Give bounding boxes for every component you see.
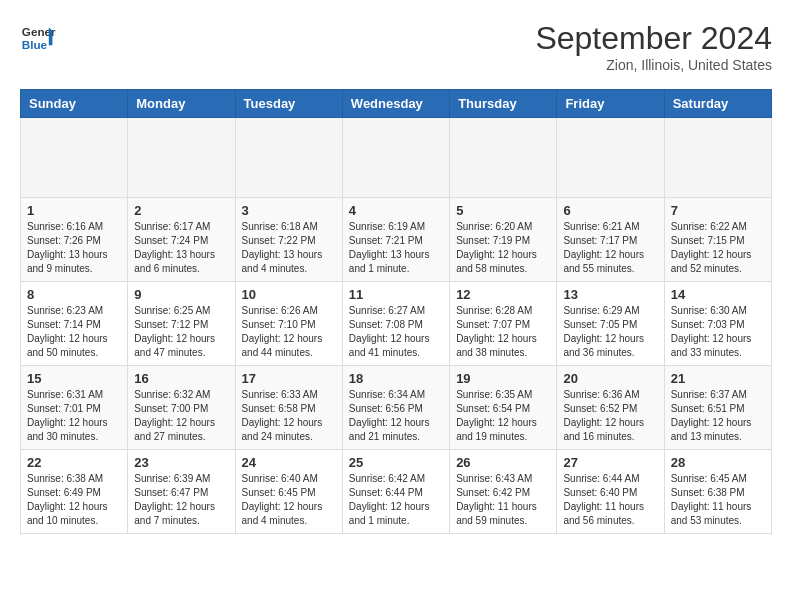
day-info: Sunrise: 6:40 AMSunset: 6:45 PMDaylight:… (242, 472, 336, 528)
page-header: General Blue September 2024 Zion, Illino… (20, 20, 772, 73)
day-number: 17 (242, 371, 336, 386)
day-info: Sunrise: 6:32 AMSunset: 7:00 PMDaylight:… (134, 388, 228, 444)
calendar-cell: 23Sunrise: 6:39 AMSunset: 6:47 PMDayligh… (128, 450, 235, 534)
day-number: 19 (456, 371, 550, 386)
day-info: Sunrise: 6:28 AMSunset: 7:07 PMDaylight:… (456, 304, 550, 360)
col-monday: Monday (128, 90, 235, 118)
calendar-cell (128, 118, 235, 198)
calendar-cell: 3Sunrise: 6:18 AMSunset: 7:22 PMDaylight… (235, 198, 342, 282)
day-number: 21 (671, 371, 765, 386)
day-number: 25 (349, 455, 443, 470)
calendar-cell: 7Sunrise: 6:22 AMSunset: 7:15 PMDaylight… (664, 198, 771, 282)
day-info: Sunrise: 6:26 AMSunset: 7:10 PMDaylight:… (242, 304, 336, 360)
calendar-cell: 28Sunrise: 6:45 AMSunset: 6:38 PMDayligh… (664, 450, 771, 534)
day-number: 24 (242, 455, 336, 470)
day-number: 23 (134, 455, 228, 470)
col-wednesday: Wednesday (342, 90, 449, 118)
calendar-cell (21, 118, 128, 198)
day-number: 26 (456, 455, 550, 470)
logo: General Blue (20, 20, 56, 56)
day-info: Sunrise: 6:23 AMSunset: 7:14 PMDaylight:… (27, 304, 121, 360)
day-info: Sunrise: 6:19 AMSunset: 7:21 PMDaylight:… (349, 220, 443, 276)
day-number: 15 (27, 371, 121, 386)
calendar-cell (342, 118, 449, 198)
calendar-cell: 1Sunrise: 6:16 AMSunset: 7:26 PMDaylight… (21, 198, 128, 282)
day-number: 28 (671, 455, 765, 470)
week-row-1: 1Sunrise: 6:16 AMSunset: 7:26 PMDaylight… (21, 198, 772, 282)
day-number: 18 (349, 371, 443, 386)
calendar-cell: 4Sunrise: 6:19 AMSunset: 7:21 PMDaylight… (342, 198, 449, 282)
day-info: Sunrise: 6:42 AMSunset: 6:44 PMDaylight:… (349, 472, 443, 528)
day-info: Sunrise: 6:27 AMSunset: 7:08 PMDaylight:… (349, 304, 443, 360)
col-saturday: Saturday (664, 90, 771, 118)
day-number: 5 (456, 203, 550, 218)
calendar-cell: 15Sunrise: 6:31 AMSunset: 7:01 PMDayligh… (21, 366, 128, 450)
week-row-4: 22Sunrise: 6:38 AMSunset: 6:49 PMDayligh… (21, 450, 772, 534)
calendar-table: Sunday Monday Tuesday Wednesday Thursday… (20, 89, 772, 534)
day-number: 14 (671, 287, 765, 302)
calendar-cell: 19Sunrise: 6:35 AMSunset: 6:54 PMDayligh… (450, 366, 557, 450)
day-info: Sunrise: 6:45 AMSunset: 6:38 PMDaylight:… (671, 472, 765, 528)
day-number: 3 (242, 203, 336, 218)
day-number: 1 (27, 203, 121, 218)
day-number: 7 (671, 203, 765, 218)
calendar-cell (664, 118, 771, 198)
day-number: 13 (563, 287, 657, 302)
calendar-header-row: Sunday Monday Tuesday Wednesday Thursday… (21, 90, 772, 118)
col-thursday: Thursday (450, 90, 557, 118)
calendar-cell: 24Sunrise: 6:40 AMSunset: 6:45 PMDayligh… (235, 450, 342, 534)
day-number: 11 (349, 287, 443, 302)
day-number: 20 (563, 371, 657, 386)
col-sunday: Sunday (21, 90, 128, 118)
day-info: Sunrise: 6:18 AMSunset: 7:22 PMDaylight:… (242, 220, 336, 276)
calendar-cell (235, 118, 342, 198)
day-number: 8 (27, 287, 121, 302)
calendar-cell: 8Sunrise: 6:23 AMSunset: 7:14 PMDaylight… (21, 282, 128, 366)
day-info: Sunrise: 6:39 AMSunset: 6:47 PMDaylight:… (134, 472, 228, 528)
calendar-cell: 11Sunrise: 6:27 AMSunset: 7:08 PMDayligh… (342, 282, 449, 366)
day-info: Sunrise: 6:31 AMSunset: 7:01 PMDaylight:… (27, 388, 121, 444)
calendar-cell: 16Sunrise: 6:32 AMSunset: 7:00 PMDayligh… (128, 366, 235, 450)
week-row-0 (21, 118, 772, 198)
day-info: Sunrise: 6:34 AMSunset: 6:56 PMDaylight:… (349, 388, 443, 444)
calendar-cell: 20Sunrise: 6:36 AMSunset: 6:52 PMDayligh… (557, 366, 664, 450)
day-info: Sunrise: 6:22 AMSunset: 7:15 PMDaylight:… (671, 220, 765, 276)
day-info: Sunrise: 6:21 AMSunset: 7:17 PMDaylight:… (563, 220, 657, 276)
calendar-cell: 27Sunrise: 6:44 AMSunset: 6:40 PMDayligh… (557, 450, 664, 534)
calendar-cell: 17Sunrise: 6:33 AMSunset: 6:58 PMDayligh… (235, 366, 342, 450)
day-number: 10 (242, 287, 336, 302)
logo-icon: General Blue (20, 20, 56, 56)
day-number: 6 (563, 203, 657, 218)
calendar-cell: 13Sunrise: 6:29 AMSunset: 7:05 PMDayligh… (557, 282, 664, 366)
location: Zion, Illinois, United States (535, 57, 772, 73)
calendar-cell: 26Sunrise: 6:43 AMSunset: 6:42 PMDayligh… (450, 450, 557, 534)
calendar-cell (450, 118, 557, 198)
day-info: Sunrise: 6:29 AMSunset: 7:05 PMDaylight:… (563, 304, 657, 360)
day-number: 12 (456, 287, 550, 302)
day-info: Sunrise: 6:37 AMSunset: 6:51 PMDaylight:… (671, 388, 765, 444)
day-info: Sunrise: 6:43 AMSunset: 6:42 PMDaylight:… (456, 472, 550, 528)
title-block: September 2024 Zion, Illinois, United St… (535, 20, 772, 73)
day-number: 22 (27, 455, 121, 470)
calendar-cell: 25Sunrise: 6:42 AMSunset: 6:44 PMDayligh… (342, 450, 449, 534)
day-info: Sunrise: 6:16 AMSunset: 7:26 PMDaylight:… (27, 220, 121, 276)
calendar-cell: 21Sunrise: 6:37 AMSunset: 6:51 PMDayligh… (664, 366, 771, 450)
day-number: 27 (563, 455, 657, 470)
calendar-cell: 14Sunrise: 6:30 AMSunset: 7:03 PMDayligh… (664, 282, 771, 366)
calendar-cell: 2Sunrise: 6:17 AMSunset: 7:24 PMDaylight… (128, 198, 235, 282)
day-info: Sunrise: 6:36 AMSunset: 6:52 PMDaylight:… (563, 388, 657, 444)
calendar-cell: 18Sunrise: 6:34 AMSunset: 6:56 PMDayligh… (342, 366, 449, 450)
week-row-3: 15Sunrise: 6:31 AMSunset: 7:01 PMDayligh… (21, 366, 772, 450)
col-friday: Friday (557, 90, 664, 118)
col-tuesday: Tuesday (235, 90, 342, 118)
calendar-cell: 5Sunrise: 6:20 AMSunset: 7:19 PMDaylight… (450, 198, 557, 282)
day-number: 16 (134, 371, 228, 386)
day-info: Sunrise: 6:33 AMSunset: 6:58 PMDaylight:… (242, 388, 336, 444)
calendar-cell: 10Sunrise: 6:26 AMSunset: 7:10 PMDayligh… (235, 282, 342, 366)
day-info: Sunrise: 6:35 AMSunset: 6:54 PMDaylight:… (456, 388, 550, 444)
day-number: 2 (134, 203, 228, 218)
day-info: Sunrise: 6:20 AMSunset: 7:19 PMDaylight:… (456, 220, 550, 276)
week-row-2: 8Sunrise: 6:23 AMSunset: 7:14 PMDaylight… (21, 282, 772, 366)
calendar-cell: 9Sunrise: 6:25 AMSunset: 7:12 PMDaylight… (128, 282, 235, 366)
day-info: Sunrise: 6:38 AMSunset: 6:49 PMDaylight:… (27, 472, 121, 528)
